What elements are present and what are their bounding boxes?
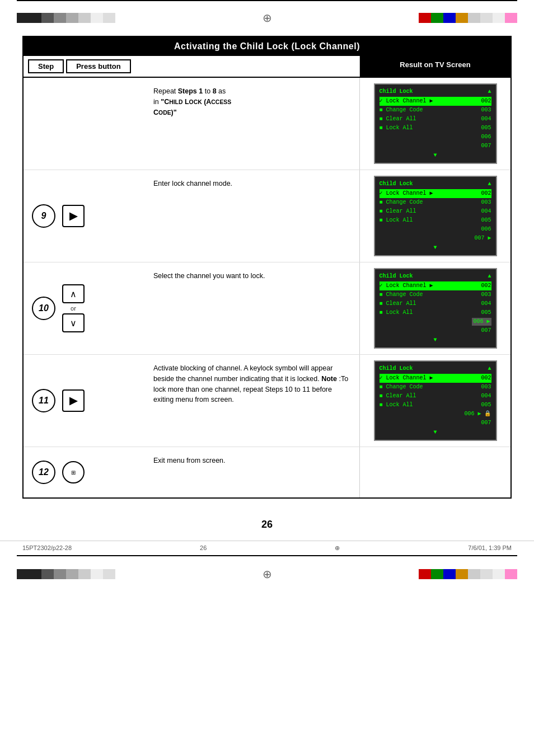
step-result-10: Child Lock ▲ ✓ Lock Channel ▶ 002 ■ Chan… <box>359 262 510 354</box>
step-result-12 <box>359 447 510 497</box>
step-desc-intro: Repeat Steps 1 to 8 asin "CHILD LOCK (AC… <box>147 78 359 170</box>
crosshair-icon: ⊕ <box>263 12 272 24</box>
step-number-11: 11 <box>32 389 55 412</box>
step-left-intro <box>24 78 147 170</box>
bottom-decorative-bar: ⊕ <box>0 567 534 586</box>
step-row-11: 11 ▶ Activate blocking of channel. A key… <box>24 355 510 447</box>
updown-group-10: ∧ or ∨ <box>62 284 85 332</box>
step-row-intro: Repeat Steps 1 to 8 asin "CHILD LOCK (AC… <box>24 78 510 170</box>
up-arrow-button-10[interactable]: ∧ <box>62 284 85 303</box>
step-result-11: Child Lock ▲ ✓ Lock Channel ▶ 002 ■ Chan… <box>359 355 510 447</box>
step-left-12: 12 ⊞ <box>24 447 147 497</box>
crosshair-bottom: ⊕ <box>335 544 340 552</box>
bottom-right-strip <box>419 569 517 579</box>
step-desc-11: Activate blocking of channel. A keylock … <box>147 355 359 447</box>
crosshair-bottom-icon: ⊕ <box>263 568 272 580</box>
bottom-left-strip <box>17 569 115 579</box>
step-result-9: Child Lock ▲ ✓ Lock Channel ▶ 002 ■ Chan… <box>359 170 510 262</box>
column-headers: Step Press button Result on TV Screen <box>24 56 510 78</box>
tv-screen-intro: Child Lock ▲ ✓ Lock Channel ▶ 002 ■ Chan… <box>374 83 497 164</box>
footer: 15PT2302/p22-28 26 ⊕ 7/6/01, 1:39 PM <box>0 541 534 555</box>
col-step-header: Step Press button <box>24 56 147 77</box>
tv-screen-9: Child Lock ▲ ✓ Lock Channel ▶ 002 ■ Chan… <box>374 176 497 256</box>
footer-right: 7/6/01, 1:39 PM <box>468 544 512 552</box>
step-desc-12: Exit menu from screen. <box>147 447 359 497</box>
press-button-label: Press button <box>66 59 130 73</box>
step-desc-10: Select the channel you want to lock. <box>147 262 359 354</box>
right-arrow-button-9[interactable]: ▶ <box>62 205 85 227</box>
step-desc-9: Enter lock channel mode. <box>147 170 359 262</box>
right-arrow-button-11[interactable]: ▶ <box>62 389 85 412</box>
step-number-10: 10 <box>32 297 55 320</box>
top-decorative-bar: ⊕ <box>0 1 534 25</box>
col-desc-header <box>147 56 359 77</box>
step-number-9: 9 <box>32 204 55 228</box>
step-left-10: 10 ∧ or ∨ <box>24 262 147 354</box>
step-row-9: 9 ▶ Enter lock channel mode. Child Lock … <box>24 170 510 262</box>
menu-button-12[interactable]: ⊞ <box>62 461 85 483</box>
down-arrow-button-10[interactable]: ∨ <box>62 313 85 332</box>
step-label: Step <box>28 59 64 73</box>
left-color-strip <box>17 13 115 23</box>
step-number-12: 12 <box>32 461 55 484</box>
col-result-header: Result on TV Screen <box>359 56 510 77</box>
page-title: Activating the Child Lock (Lock Channel) <box>24 37 510 56</box>
step-row-10: 10 ∧ or ∨ Select the channel you want to… <box>24 262 510 355</box>
step-result-intro: Child Lock ▲ ✓ Lock Channel ▶ 002 ■ Chan… <box>359 78 510 170</box>
step-left-9: 9 ▶ <box>24 170 147 262</box>
page-number: 26 <box>0 510 534 535</box>
footer-left: 15PT2302/p22-28 <box>22 544 72 552</box>
step-left-11: 11 ▶ <box>24 355 147 447</box>
step-row-12: 12 ⊞ Exit menu from screen. <box>24 447 510 497</box>
tv-screen-11: Child Lock ▲ ✓ Lock Channel ▶ 002 ■ Chan… <box>374 360 497 441</box>
tv-screen-10: Child Lock ▲ ✓ Lock Channel ▶ 002 ■ Chan… <box>374 268 497 349</box>
footer-center: 26 <box>200 544 207 552</box>
main-content-box: Activating the Child Lock (Lock Channel)… <box>22 36 512 499</box>
or-text-10: or <box>71 305 76 312</box>
right-color-strip <box>419 13 517 23</box>
